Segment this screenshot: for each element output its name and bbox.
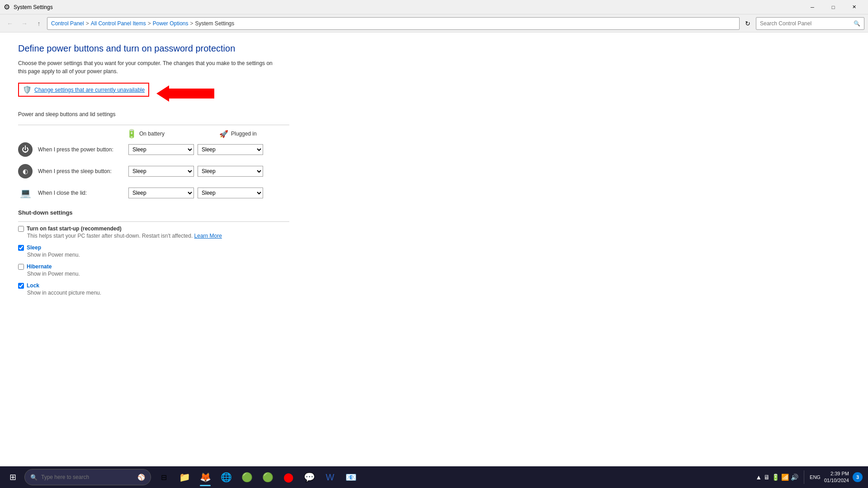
hibernate-desc: Show in Power menu. <box>27 271 850 277</box>
tray-up-arrow[interactable]: ▲ <box>755 474 762 481</box>
taskbar-task-view[interactable]: ⊟ <box>154 467 174 487</box>
taskbar-edge[interactable]: 🌐 <box>216 467 236 487</box>
on-battery-header: 🔋 On battery <box>127 129 192 139</box>
title-bar-left: ⚙ System Settings <box>4 3 53 11</box>
lid-label: When I close the lid: <box>38 190 128 196</box>
tray-network-icon[interactable]: 📶 <box>781 474 789 481</box>
lock-desc: Show in account picture menu. <box>27 290 850 296</box>
sleep-button-battery-select[interactable]: Sleep Do nothing Hibernate Shut down <box>128 166 194 177</box>
plugged-in-label: Plugged in <box>231 131 257 137</box>
lid-row: 💻 When I close the lid: Sleep Do nothing… <box>18 186 850 200</box>
sleep-button-row: ◐ When I press the sleep button: Sleep D… <box>18 164 850 178</box>
breadcrumb-current: System Settings <box>195 20 235 27</box>
lid-plugged-select[interactable]: Sleep Do nothing Hibernate Shut down <box>198 188 263 198</box>
title-bar-title: System Settings <box>14 4 53 10</box>
fast-startup-label-row: Turn on fast start-up (recommended) <box>18 225 850 232</box>
change-settings-link[interactable]: Change settings that are currently unava… <box>34 87 145 93</box>
back-button[interactable]: ← <box>4 17 16 30</box>
sleep-button-icon: ◐ <box>18 164 33 178</box>
start-button[interactable]: ⊞ <box>2 466 24 488</box>
title-bar-controls: ─ □ ✕ <box>802 0 864 14</box>
refresh-button[interactable]: ↻ <box>741 17 754 30</box>
breadcrumb-power-options[interactable]: Power Options <box>153 20 189 27</box>
search-bar[interactable]: 🔍 <box>756 17 864 30</box>
breadcrumb-all-items[interactable]: All Control Panel Items <box>91 20 146 27</box>
sleep-row: Sleep Show in Power menu. <box>18 244 850 258</box>
app-icon: ⚙ <box>4 3 10 11</box>
sleep-button-label: When I press the sleep button: <box>38 168 128 174</box>
tray-battery-icon[interactable]: 🔋 <box>772 474 779 481</box>
sleep-checkbox[interactable] <box>18 245 24 251</box>
time-display: 2:39 PM <box>824 470 849 477</box>
annotation-container: 🛡️ Change settings that are currently un… <box>18 83 850 104</box>
arrowhead-left <box>156 85 169 102</box>
breadcrumb-sep-3: > <box>190 20 193 27</box>
page-title: Define power buttons and turn on passwor… <box>18 43 850 54</box>
taskbar-apps: ⊟ 📁 🦊 🌐 🟢 🟢 ⬤ 💬 W 📧 <box>154 467 361 487</box>
lock-row: Lock Show in account picture menu. <box>18 282 850 296</box>
close-button[interactable]: ✕ <box>844 0 864 14</box>
taskbar-chrome[interactable]: 🟢 <box>237 467 257 487</box>
nav-bar: ← → ↑ Control Panel > All Control Panel … <box>0 14 868 33</box>
date-display: 01/10/2024 <box>824 477 849 484</box>
on-battery-label: On battery <box>139 131 165 137</box>
breadcrumb-control-panel[interactable]: Control Panel <box>51 20 84 27</box>
breadcrumb-bar: Control Panel > All Control Panel Items … <box>47 17 740 30</box>
notification-badge[interactable]: 3 <box>853 472 863 482</box>
learn-more-link[interactable]: Learn More <box>194 233 222 239</box>
system-tray-icons: ▲ 🖥 🔋 📶 🔊 <box>755 474 798 481</box>
sleep-button-selects: Sleep Do nothing Hibernate Shut down Sle… <box>128 166 263 177</box>
up-button[interactable]: ↑ <box>33 17 45 30</box>
main-content: Define power buttons and turn on passwor… <box>0 33 868 466</box>
fast-startup-desc: This helps start your PC faster after sh… <box>27 233 850 239</box>
taskbar-search[interactable]: 🔍 ⚾ <box>24 469 151 485</box>
taskbar-search-icon: 🔍 <box>30 474 38 481</box>
lock-checkbox[interactable] <box>18 283 24 289</box>
power-button-selects: Sleep Do nothing Hibernate Shut down Tur… <box>128 144 263 155</box>
red-arrow-annotation <box>156 85 214 102</box>
taskbar-opera[interactable]: ⬤ <box>278 467 298 487</box>
maximize-button[interactable]: □ <box>823 0 844 14</box>
taskbar-zalo[interactable]: 💬 <box>299 467 319 487</box>
page-desc: Choose the power settings that you want … <box>18 59 850 75</box>
taskbar-firefox[interactable]: 🦊 <box>195 467 215 487</box>
sleep-button-plugged-select[interactable]: Sleep Do nothing Hibernate Shut down <box>198 166 263 177</box>
col-headers: 🔋 On battery 🚀 Plugged in <box>18 129 850 139</box>
lid-selects: Sleep Do nothing Hibernate Shut down Sle… <box>128 188 263 198</box>
plugged-icon: 🚀 <box>219 130 228 138</box>
hibernate-checkbox[interactable] <box>18 264 24 270</box>
taskbar-right: ▲ 🖥 🔋 📶 🔊 ENG 2:39 PM 01/10/2024 3 <box>755 470 866 484</box>
lock-label-row: Lock <box>18 282 850 289</box>
lid-battery-select[interactable]: Sleep Do nothing Hibernate Shut down <box>128 188 194 198</box>
shutdown-title: Shut-down settings <box>18 209 850 216</box>
sleep-label: Sleep <box>27 244 41 251</box>
tray-monitor-icon[interactable]: 🖥 <box>764 474 770 481</box>
forward-button[interactable]: → <box>18 17 31 30</box>
hibernate-label: Hibernate <box>27 263 52 270</box>
power-button-plugged-select[interactable]: Sleep Do nothing Hibernate Shut down Tur… <box>198 144 263 155</box>
taskbar-mic-icon: ⚾ <box>137 474 145 481</box>
search-input[interactable] <box>760 20 854 27</box>
breadcrumb-sep-1: > <box>86 20 89 27</box>
power-button-row: ⏻ When I press the power button: Sleep D… <box>18 142 850 157</box>
title-bar: ⚙ System Settings ─ □ ✕ <box>0 0 868 14</box>
language-indicator: ENG <box>810 474 821 480</box>
fast-startup-checkbox[interactable] <box>18 226 24 232</box>
taskbar-zcaler[interactable]: 🟢 <box>258 467 278 487</box>
tray-volume-icon[interactable]: 🔊 <box>791 474 798 481</box>
section-divider <box>18 125 289 125</box>
change-settings-box: 🛡️ Change settings that are currently un… <box>18 83 149 97</box>
minimize-button[interactable]: ─ <box>802 0 823 14</box>
fast-startup-label: Turn on fast start-up (recommended) <box>27 225 122 232</box>
taskbar-divider <box>804 470 804 484</box>
power-button-battery-select[interactable]: Sleep Do nothing Hibernate Shut down Tur… <box>128 144 194 155</box>
battery-icon: 🔋 <box>127 129 137 139</box>
taskbar-search-input[interactable] <box>41 474 134 480</box>
taskbar-file-explorer[interactable]: 📁 <box>175 467 194 487</box>
fast-startup-row: Turn on fast start-up (recommended) This… <box>18 225 850 239</box>
sleep-desc: Show in Power menu. <box>27 252 850 258</box>
taskbar-mail[interactable]: 📧 <box>341 467 361 487</box>
shutdown-divider <box>18 221 289 222</box>
datetime-display: 2:39 PM 01/10/2024 <box>824 470 849 484</box>
taskbar-word[interactable]: W <box>320 467 340 487</box>
